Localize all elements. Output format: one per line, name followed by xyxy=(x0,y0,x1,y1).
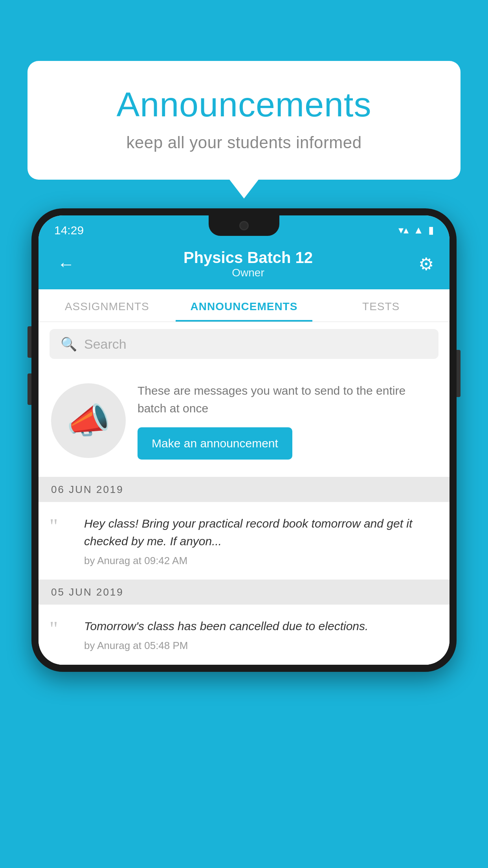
header-title: Physics Batch 12 xyxy=(78,249,418,267)
search-box[interactable]: 🔍 Search xyxy=(50,329,438,359)
status-icons: ▾▴ ▲ ▮ xyxy=(398,224,434,236)
bubble-title: Announcements xyxy=(59,85,429,125)
phone-mockup: 14:29 ▾▴ ▲ ▮ ← Physics Batch 12 Owner ⚙ xyxy=(31,208,457,672)
search-container: 🔍 Search xyxy=(39,322,449,366)
tab-assignments[interactable]: ASSIGNMENTS xyxy=(39,289,176,322)
search-placeholder: Search xyxy=(84,337,127,352)
phone-screen: 14:29 ▾▴ ▲ ▮ ← Physics Batch 12 Owner ⚙ xyxy=(39,215,449,665)
promo-content: These are messages you want to send to t… xyxy=(138,382,437,460)
make-announcement-button[interactable]: Make an announcement xyxy=(138,427,292,460)
announcement-text-1: Hey class! Bring your practical record b… xyxy=(84,515,437,550)
tab-tests[interactable]: TESTS xyxy=(312,289,449,322)
search-icon: 🔍 xyxy=(61,336,77,352)
announcement-meta-2: by Anurag at 05:48 PM xyxy=(84,640,437,652)
date-separator-1: 06 JUN 2019 xyxy=(39,477,449,502)
phone-button-left2 xyxy=(28,373,31,405)
announcement-item-2[interactable]: " Tomorrow's class has been cancelled du… xyxy=(39,605,449,665)
signal-icon: ▲ xyxy=(413,224,424,236)
back-button[interactable]: ← xyxy=(54,251,78,277)
quote-icon-1: " xyxy=(50,515,73,537)
settings-button[interactable]: ⚙ xyxy=(418,254,434,274)
speech-bubble: Announcements keep all your students inf… xyxy=(28,61,460,180)
announcement-content-2: Tomorrow's class has been cancelled due … xyxy=(84,617,437,652)
tab-announcements[interactable]: ANNOUNCEMENTS xyxy=(176,289,313,322)
promo-block: 📣 These are messages you want to send to… xyxy=(39,366,449,477)
announcement-text-2: Tomorrow's class has been cancelled due … xyxy=(84,617,437,635)
app-header: ← Physics Batch 12 Owner ⚙ xyxy=(39,241,449,289)
tabs-bar: ASSIGNMENTS ANNOUNCEMENTS TESTS xyxy=(39,289,449,322)
phone-button-right xyxy=(457,350,460,397)
status-time: 14:29 xyxy=(54,224,84,237)
announcement-item-1[interactable]: " Hey class! Bring your practical record… xyxy=(39,502,449,580)
bubble-subtitle: keep all your students informed xyxy=(59,133,429,152)
wifi-icon: ▾▴ xyxy=(398,224,409,236)
promo-description: These are messages you want to send to t… xyxy=(138,382,437,417)
date-separator-2: 05 JUN 2019 xyxy=(39,580,449,605)
announcement-icon-circle: 📣 xyxy=(51,383,126,458)
quote-icon-2: " xyxy=(50,617,73,639)
phone-notch xyxy=(209,215,279,236)
phone-wrapper: 14:29 ▾▴ ▲ ▮ ← Physics Batch 12 Owner ⚙ xyxy=(31,208,457,672)
announcement-content-1: Hey class! Bring your practical record b… xyxy=(84,515,437,567)
header-subtitle: Owner xyxy=(78,267,418,279)
battery-icon: ▮ xyxy=(428,224,434,236)
announcement-meta-1: by Anurag at 09:42 AM xyxy=(84,555,437,567)
phone-camera xyxy=(239,221,249,230)
header-title-group: Physics Batch 12 Owner xyxy=(78,249,418,279)
megaphone-icon: 📣 xyxy=(66,400,110,441)
phone-button-left1 xyxy=(28,326,31,358)
speech-bubble-container: Announcements keep all your students inf… xyxy=(28,61,460,180)
